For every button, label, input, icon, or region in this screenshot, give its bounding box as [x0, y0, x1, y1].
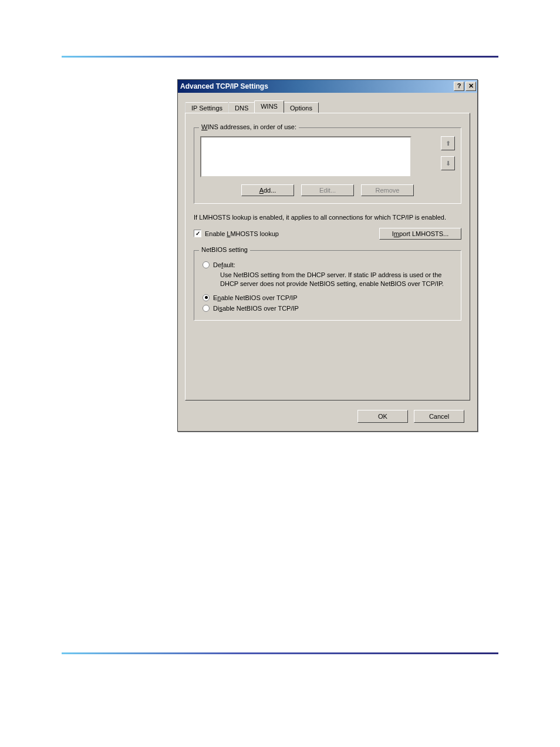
radio-default[interactable] [203, 261, 210, 268]
lmhosts-info-text: If LMHOSTS lookup is enabled, it applies… [194, 213, 461, 222]
tabstrip: IP Settings DNS WINS Options [185, 100, 470, 113]
dialog-advanced-tcpip: Advanced TCP/IP Settings ? ✕ IP Settings… [177, 79, 478, 432]
ok-button[interactable]: OK [357, 410, 408, 423]
dialog-footer-buttons: OK Cancel [185, 404, 470, 423]
cancel-button[interactable]: Cancel [414, 410, 464, 423]
titlebar-title: Advanced TCP/IP Settings [180, 82, 454, 90]
close-button[interactable]: ✕ [465, 82, 476, 91]
page-bottom-rule [62, 652, 498, 654]
tab-dns[interactable]: DNS [228, 102, 255, 113]
help-button[interactable]: ? [454, 82, 464, 91]
titlebar-buttons: ? ✕ [454, 82, 476, 91]
arrow-up-icon: ⬆ [446, 140, 451, 147]
titlebar[interactable]: Advanced TCP/IP Settings ? ✕ [178, 80, 477, 93]
move-up-button[interactable]: ⬆ [441, 136, 455, 150]
group-wins-addresses: WWINS addresses, in order of use:INS add… [194, 127, 461, 204]
tab-options[interactable]: Options [284, 102, 319, 113]
edit-button[interactable]: Edit... [301, 184, 354, 196]
dialog-body: IP Settings DNS WINS Options WWINS addre… [178, 93, 477, 431]
group-netbios: NetBIOS setting Default: Use NetBIOS set… [194, 250, 461, 321]
radio-default-label: Default: [213, 261, 235, 268]
enable-lmhosts-label: Enable LMHOSTS lookup [205, 230, 279, 237]
wins-address-list[interactable] [200, 136, 411, 177]
radio-enable-label: Enable NetBIOS over TCP/IP [213, 294, 298, 301]
tab-wins[interactable]: WINS [254, 100, 284, 113]
tabpanel-wins: WWINS addresses, in order of use:INS add… [185, 113, 470, 401]
checkmark-icon: ✓ [195, 231, 200, 237]
radio-enable-netbios[interactable] [203, 294, 210, 301]
tab-ip-settings[interactable]: IP Settings [185, 102, 229, 113]
radio-disable-netbios[interactable] [203, 305, 210, 312]
remove-button[interactable]: Remove [361, 184, 414, 196]
add-button[interactable]: Add... [241, 184, 294, 196]
radio-dot-icon [205, 296, 208, 299]
radio-disable-label: Disable NetBIOS over TCP/IP [213, 305, 299, 312]
move-down-button[interactable]: ⬇ [441, 156, 455, 170]
enable-lmhosts-checkbox[interactable]: ✓ [194, 230, 201, 237]
import-lmhosts-button[interactable]: Import LMHOSTS... [379, 228, 461, 240]
group-wins-legend: WWINS addresses, in order of use:INS add… [199, 123, 299, 130]
group-netbios-legend: NetBIOS setting [199, 246, 250, 253]
arrow-down-icon: ⬇ [446, 160, 451, 167]
radio-default-description: Use NetBIOS setting from the DHCP server… [220, 271, 455, 288]
page-top-rule [62, 56, 498, 58]
